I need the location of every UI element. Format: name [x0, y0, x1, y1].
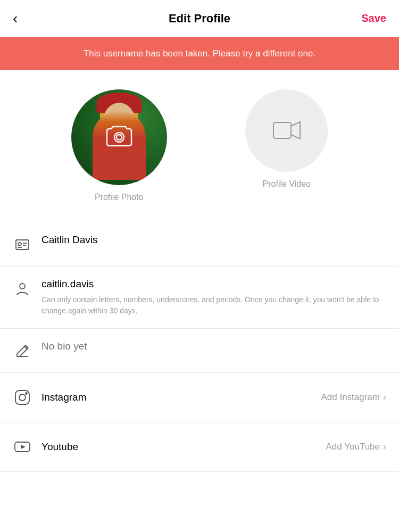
- name-input[interactable]: [41, 234, 386, 246]
- page-title: Edit Profile: [169, 12, 230, 26]
- person-icon: [15, 281, 30, 296]
- profile-video-label: Profile Video: [263, 179, 311, 189]
- youtube-icon-container: [13, 437, 32, 456]
- header: ‹ Edit Profile Save: [0, 0, 399, 37]
- username-icon-container: [13, 279, 32, 298]
- bio-input[interactable]: [41, 340, 386, 352]
- photo-section: Profile Photo Profile Video: [0, 70, 399, 217]
- bio-field-content: [41, 340, 386, 352]
- bio-row: [0, 329, 399, 373]
- back-button[interactable]: ‹: [13, 11, 18, 26]
- instagram-row[interactable]: Instagram Add Instagram ›: [0, 373, 399, 422]
- bio-icon-container: [13, 342, 32, 361]
- profile-photo-item: Profile Photo: [71, 89, 167, 202]
- svg-marker-3: [291, 122, 300, 139]
- instagram-action-text: Add Instagram: [321, 392, 380, 403]
- profile-video-button[interactable]: [245, 89, 328, 172]
- save-button[interactable]: Save: [361, 12, 386, 24]
- camera-icon: [105, 124, 134, 148]
- name-icon: [15, 237, 30, 252]
- camera-icon-overlay: [105, 124, 134, 150]
- username-row: Can only contain letters, numbers, under…: [0, 267, 399, 329]
- svg-point-1: [117, 135, 122, 140]
- profile-photo-label: Profile Photo: [95, 193, 144, 202]
- youtube-icon: [14, 438, 31, 455]
- svg-point-5: [18, 243, 21, 246]
- svg-marker-15: [21, 445, 26, 449]
- profile-video-item: Profile Video: [245, 89, 328, 189]
- instagram-action: Add Instagram ›: [321, 392, 386, 403]
- error-banner: This username has been taken. Please try…: [0, 37, 399, 70]
- username-input[interactable]: [41, 278, 386, 290]
- svg-point-13: [26, 393, 27, 394]
- instagram-label: Instagram: [41, 392, 311, 403]
- edit-icon: [15, 344, 30, 359]
- profile-photo-button[interactable]: [71, 89, 167, 185]
- youtube-action: Add YouTube ›: [326, 441, 386, 452]
- youtube-chevron-icon: ›: [383, 441, 386, 452]
- svg-point-12: [19, 394, 26, 401]
- svg-point-0: [114, 132, 124, 142]
- video-icon: [272, 119, 302, 142]
- instagram-icon-container: [13, 388, 32, 407]
- youtube-row[interactable]: Youtube Add YouTube ›: [0, 422, 399, 472]
- name-field-content: [41, 234, 386, 246]
- name-icon-container: [13, 235, 32, 254]
- form-section: Can only contain letters, numbers, under…: [0, 217, 399, 477]
- youtube-label: Youtube: [41, 441, 317, 453]
- svg-rect-2: [273, 122, 291, 138]
- name-row: [0, 222, 399, 267]
- svg-point-9: [20, 284, 25, 289]
- youtube-action-text: Add YouTube: [326, 442, 380, 452]
- instagram-chevron-icon: ›: [383, 392, 386, 403]
- error-message: This username has been taken. Please try…: [84, 48, 315, 59]
- username-hint: Can only contain letters, numbers, under…: [41, 294, 386, 317]
- username-field-content: Can only contain letters, numbers, under…: [41, 278, 386, 317]
- instagram-icon: [14, 389, 31, 406]
